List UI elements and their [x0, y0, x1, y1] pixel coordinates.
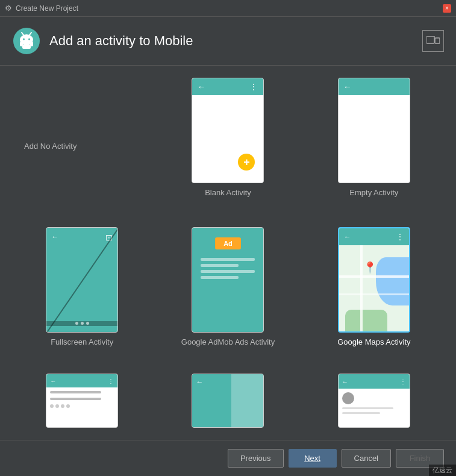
content-area: Add No Activity ← ⋮ + Blank Activity ← — [0, 66, 456, 440]
svg-point-2 — [23, 39, 25, 40]
activity-item-scrolling[interactable]: ← ⋮ — [310, 374, 438, 428]
admob-mockup: Ad — [192, 227, 264, 333]
svg-rect-10 — [435, 38, 440, 43]
back-arrow-icon: ← — [197, 82, 205, 92]
no-activity-label: Add No Activity — [24, 142, 77, 151]
menu-dots-icon: ⋮ — [249, 82, 258, 92]
blank-mockup: ← ⋮ + — [192, 78, 264, 183]
title-bar-text: Create New Project — [16, 4, 78, 13]
scrolling-mockup: ← ⋮ — [338, 374, 410, 428]
activity-item-fullscreen[interactable]: ← ⊡ Fullscreen Activity — [18, 227, 146, 365]
svg-rect-6 — [22, 45, 31, 49]
cancel-button[interactable]: Cancel — [342, 449, 391, 468]
page-title: Add an activity to Mobile — [49, 33, 193, 49]
title-bar-left: ⚙ Create New Project — [5, 4, 78, 13]
android-logo-icon — [12, 27, 41, 55]
fullscreen-bottom-bar — [46, 321, 117, 326]
activity-item-nav-drawer[interactable]: ← — [164, 374, 292, 428]
maps-menu-dots-icon: ⋮ — [396, 233, 404, 241]
bottom-row-grid: ← ⋮ ← — [18, 374, 438, 428]
activity-item-no-activity[interactable]: Add No Activity — [18, 78, 146, 215]
title-bar-icon: ⚙ — [5, 4, 12, 13]
activity-item-blank[interactable]: ← ⋮ + Blank Activity — [164, 78, 292, 215]
nav-drawer-mockup: ← — [192, 374, 264, 428]
empty-mockup: ← — [338, 78, 410, 183]
activity-item-empty[interactable]: ← Empty Activity — [310, 78, 438, 215]
activity-item-admob[interactable]: Ad Google AdMob Ads Activity — [164, 227, 292, 365]
fullscreen-mockup: ← ⊡ — [46, 227, 118, 333]
previous-button[interactable]: Previous — [228, 449, 284, 468]
fullscreen-diagonal-svg — [46, 228, 117, 332]
screen-preview-icon — [422, 30, 444, 52]
activity-item-maps[interactable]: ← ⋮ 📍 — [310, 227, 438, 365]
svg-point-3 — [28, 39, 30, 40]
svg-line-11 — [46, 228, 117, 332]
next-button[interactable]: Next — [289, 449, 337, 468]
maps-back-arrow-icon: ← — [344, 233, 351, 241]
header-left: Add an activity to Mobile — [12, 27, 193, 55]
login-mockup: ← ⋮ — [46, 374, 118, 428]
next-label: Next — [304, 454, 320, 463]
svg-rect-9 — [426, 36, 434, 43]
activity-grid: Add No Activity ← ⋮ + Blank Activity ← — [18, 78, 438, 364]
empty-activity-label: Empty Activity — [349, 188, 398, 197]
fullscreen-activity-label: Fullscreen Activity — [51, 337, 113, 346]
maps-mockup: ← ⋮ 📍 — [338, 227, 410, 333]
footer: Previous Next Cancel Finish — [0, 440, 456, 476]
header: Add an activity to Mobile — [0, 17, 456, 66]
watermark: 亿速云 — [429, 465, 456, 476]
maps-activity-label: Google Maps Activity — [337, 337, 410, 346]
close-button[interactable]: × — [443, 4, 451, 13]
admob-activity-label: Google AdMob Ads Activity — [181, 337, 275, 346]
activity-item-login[interactable]: ← ⋮ — [18, 374, 146, 428]
blank-activity-label: Blank Activity — [205, 188, 251, 197]
back-arrow-icon: ← — [343, 82, 352, 92]
title-bar: ⚙ Create New Project × — [0, 0, 456, 17]
ad-banner-label: Ad — [215, 237, 241, 249]
